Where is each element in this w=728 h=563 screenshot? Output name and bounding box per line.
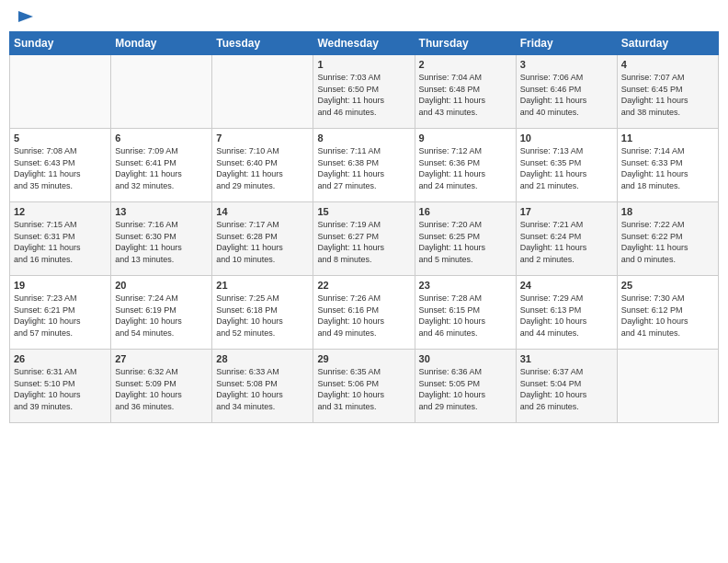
day-info: Sunrise: 7:12 AM Sunset: 6:36 PM Dayligh…: [419, 145, 512, 191]
day-number: 23: [419, 280, 512, 291]
day-number: 13: [115, 206, 208, 217]
weekday-header-tuesday: Tuesday: [212, 32, 313, 55]
calendar-cell: 4Sunrise: 7:07 AM Sunset: 6:45 PM Daylig…: [617, 55, 718, 129]
day-number: 26: [14, 353, 107, 364]
day-info: Sunrise: 7:19 AM Sunset: 6:27 PM Dayligh…: [317, 219, 410, 265]
weekday-header-sunday: Sunday: [10, 32, 111, 55]
day-number: 30: [419, 353, 512, 364]
day-info: Sunrise: 7:21 AM Sunset: 6:24 PM Dayligh…: [520, 219, 613, 265]
calendar-cell: [212, 55, 313, 129]
day-number: 3: [520, 59, 613, 70]
day-number: 12: [14, 206, 107, 217]
calendar-cell: 12Sunrise: 7:15 AM Sunset: 6:31 PM Dayli…: [10, 202, 111, 276]
day-info: Sunrise: 7:25 AM Sunset: 6:18 PM Dayligh…: [216, 293, 309, 339]
day-number: 11: [621, 132, 714, 144]
calendar-cell: 11Sunrise: 7:14 AM Sunset: 6:33 PM Dayli…: [617, 129, 718, 202]
calendar-cell: 14Sunrise: 7:17 AM Sunset: 6:28 PM Dayli…: [212, 202, 313, 276]
calendar-cell: 19Sunrise: 7:23 AM Sunset: 6:21 PM Dayli…: [10, 276, 111, 350]
calendar-cell: 23Sunrise: 7:28 AM Sunset: 6:15 PM Dayli…: [415, 276, 516, 350]
logo: [13, 9, 35, 26]
day-number: 17: [520, 206, 613, 217]
weekday-header-saturday: Saturday: [617, 32, 718, 55]
day-info: Sunrise: 7:06 AM Sunset: 6:46 PM Dayligh…: [520, 72, 613, 118]
day-info: Sunrise: 6:35 AM Sunset: 5:06 PM Dayligh…: [317, 366, 410, 412]
day-number: 24: [520, 280, 613, 291]
svg-marker-0: [18, 11, 33, 22]
day-number: 27: [115, 353, 208, 364]
weekday-header-monday: Monday: [111, 32, 212, 55]
calendar-cell: 8Sunrise: 7:11 AM Sunset: 6:38 PM Daylig…: [313, 129, 415, 202]
weekday-header-wednesday: Wednesday: [313, 32, 415, 55]
calendar-cell: 25Sunrise: 7:30 AM Sunset: 6:12 PM Dayli…: [617, 276, 718, 350]
day-number: 2: [419, 59, 512, 70]
day-info: Sunrise: 7:11 AM Sunset: 6:38 PM Dayligh…: [317, 145, 410, 191]
day-number: 18: [621, 206, 714, 217]
day-number: 4: [621, 59, 714, 70]
calendar-cell: 2Sunrise: 7:04 AM Sunset: 6:48 PM Daylig…: [415, 55, 516, 129]
day-number: 14: [216, 206, 309, 217]
day-info: Sunrise: 7:28 AM Sunset: 6:15 PM Dayligh…: [419, 293, 512, 339]
calendar-week-row: 12Sunrise: 7:15 AM Sunset: 6:31 PM Dayli…: [10, 202, 719, 276]
day-number: 7: [216, 132, 309, 144]
day-number: 29: [317, 353, 410, 364]
weekday-header-thursday: Thursday: [415, 32, 516, 55]
calendar-cell: [617, 350, 718, 423]
day-info: Sunrise: 6:31 AM Sunset: 5:10 PM Dayligh…: [14, 366, 107, 412]
day-number: 10: [520, 132, 613, 144]
day-info: Sunrise: 7:14 AM Sunset: 6:33 PM Dayligh…: [621, 145, 714, 191]
day-info: Sunrise: 7:04 AM Sunset: 6:48 PM Dayligh…: [419, 72, 512, 118]
day-info: Sunrise: 7:15 AM Sunset: 6:31 PM Dayligh…: [14, 219, 107, 265]
calendar-week-row: 1Sunrise: 7:03 AM Sunset: 6:50 PM Daylig…: [10, 55, 719, 129]
weekday-header-row: SundayMondayTuesdayWednesdayThursdayFrid…: [10, 32, 719, 55]
day-info: Sunrise: 7:13 AM Sunset: 6:35 PM Dayligh…: [520, 145, 613, 191]
day-info: Sunrise: 6:37 AM Sunset: 5:04 PM Dayligh…: [520, 366, 613, 412]
calendar-cell: [10, 55, 111, 129]
day-info: Sunrise: 7:09 AM Sunset: 6:41 PM Dayligh…: [115, 145, 208, 191]
day-number: 22: [317, 280, 410, 291]
calendar-cell: [111, 55, 212, 129]
day-number: 9: [419, 132, 512, 144]
calendar-cell: 13Sunrise: 7:16 AM Sunset: 6:30 PM Dayli…: [111, 202, 212, 276]
day-number: 28: [216, 353, 309, 364]
day-number: 15: [317, 206, 410, 217]
calendar-cell: 29Sunrise: 6:35 AM Sunset: 5:06 PM Dayli…: [313, 350, 415, 423]
calendar-cell: 27Sunrise: 6:32 AM Sunset: 5:09 PM Dayli…: [111, 350, 212, 423]
day-info: Sunrise: 6:36 AM Sunset: 5:05 PM Dayligh…: [419, 366, 512, 412]
calendar-cell: 28Sunrise: 6:33 AM Sunset: 5:08 PM Dayli…: [212, 350, 313, 423]
day-info: Sunrise: 7:20 AM Sunset: 6:25 PM Dayligh…: [419, 219, 512, 265]
calendar-cell: 18Sunrise: 7:22 AM Sunset: 6:22 PM Dayli…: [617, 202, 718, 276]
day-info: Sunrise: 7:29 AM Sunset: 6:13 PM Dayligh…: [520, 293, 613, 339]
calendar-cell: 5Sunrise: 7:08 AM Sunset: 6:43 PM Daylig…: [10, 129, 111, 202]
weekday-header-friday: Friday: [516, 32, 617, 55]
day-number: 1: [317, 59, 410, 70]
day-info: Sunrise: 7:03 AM Sunset: 6:50 PM Dayligh…: [317, 72, 410, 118]
calendar-cell: 6Sunrise: 7:09 AM Sunset: 6:41 PM Daylig…: [111, 129, 212, 202]
calendar-cell: 16Sunrise: 7:20 AM Sunset: 6:25 PM Dayli…: [415, 202, 516, 276]
calendar-week-row: 5Sunrise: 7:08 AM Sunset: 6:43 PM Daylig…: [10, 129, 719, 202]
calendar-week-row: 26Sunrise: 6:31 AM Sunset: 5:10 PM Dayli…: [10, 350, 719, 423]
calendar-cell: 15Sunrise: 7:19 AM Sunset: 6:27 PM Dayli…: [313, 202, 415, 276]
calendar-cell: 9Sunrise: 7:12 AM Sunset: 6:36 PM Daylig…: [415, 129, 516, 202]
day-info: Sunrise: 7:17 AM Sunset: 6:28 PM Dayligh…: [216, 219, 309, 265]
day-number: 19: [14, 280, 107, 291]
day-number: 25: [621, 280, 714, 291]
day-info: Sunrise: 7:23 AM Sunset: 6:21 PM Dayligh…: [14, 293, 107, 339]
calendar-cell: 7Sunrise: 7:10 AM Sunset: 6:40 PM Daylig…: [212, 129, 313, 202]
day-number: 5: [14, 132, 107, 144]
day-info: Sunrise: 7:30 AM Sunset: 6:12 PM Dayligh…: [621, 293, 714, 339]
calendar-cell: 31Sunrise: 6:37 AM Sunset: 5:04 PM Dayli…: [516, 350, 617, 423]
calendar-cell: 20Sunrise: 7:24 AM Sunset: 6:19 PM Dayli…: [111, 276, 212, 350]
day-number: 31: [520, 353, 613, 364]
day-info: Sunrise: 7:07 AM Sunset: 6:45 PM Dayligh…: [621, 72, 714, 118]
calendar-header: [9, 9, 719, 26]
calendar-cell: 10Sunrise: 7:13 AM Sunset: 6:35 PM Dayli…: [516, 129, 617, 202]
day-info: Sunrise: 7:10 AM Sunset: 6:40 PM Dayligh…: [216, 145, 309, 191]
day-number: 21: [216, 280, 309, 291]
calendar-cell: 24Sunrise: 7:29 AM Sunset: 6:13 PM Dayli…: [516, 276, 617, 350]
day-info: Sunrise: 7:08 AM Sunset: 6:43 PM Dayligh…: [14, 145, 107, 191]
day-info: Sunrise: 6:32 AM Sunset: 5:09 PM Dayligh…: [115, 366, 208, 412]
calendar-cell: 22Sunrise: 7:26 AM Sunset: 6:16 PM Dayli…: [313, 276, 415, 350]
calendar-cell: 1Sunrise: 7:03 AM Sunset: 6:50 PM Daylig…: [313, 55, 415, 129]
calendar-table: SundayMondayTuesdayWednesdayThursdayFrid…: [9, 31, 719, 423]
calendar-cell: 17Sunrise: 7:21 AM Sunset: 6:24 PM Dayli…: [516, 202, 617, 276]
